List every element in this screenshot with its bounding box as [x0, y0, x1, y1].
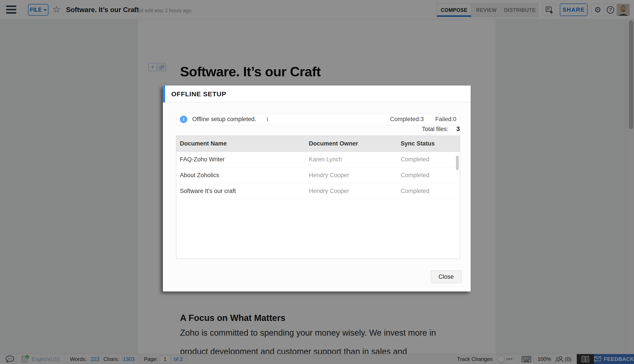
total-files-label: Total files:: [422, 126, 449, 132]
header-accent-stripe: [163, 86, 165, 102]
column-sync-status: Sync Status: [400, 140, 460, 147]
column-document-owner: Document Owner: [308, 140, 400, 147]
close-button[interactable]: Close: [431, 270, 461, 283]
text-cursor: i: [267, 116, 268, 123]
sync-files-table: Document Name Document Owner Sync Status…: [176, 136, 460, 259]
total-files-row: Total files: 3: [422, 125, 460, 132]
failed-count: Failed:0: [435, 116, 456, 123]
dialog-header: OFFLINE SETUP: [163, 86, 471, 102]
table-row[interactable]: About Zoholics Hendry Cooper Completed: [176, 168, 460, 183]
total-files-value: 3: [456, 125, 460, 132]
table-row[interactable]: Software It's our craft Hendry Cooper Co…: [176, 183, 460, 199]
table-row[interactable]: FAQ-Zoho Writer Karen Lynch Completed: [176, 152, 460, 168]
offline-setup-dialog: OFFLINE SETUP i Offline setup completed.…: [163, 86, 471, 292]
column-document-name: Document Name: [176, 140, 308, 147]
table-header-row: Document Name Document Owner Sync Status: [176, 136, 460, 152]
completed-count: Completed:3: [390, 116, 424, 123]
sync-status-banner: i Offline setup completed. i Completed:3…: [176, 114, 460, 125]
app-window: FILE ☆ Software. It’s our Craft Last edi…: [0, 0, 634, 364]
sync-status-message: Offline setup completed.: [192, 116, 256, 123]
dialog-title: OFFLINE SETUP: [171, 86, 226, 102]
table-scrollbar-thumb[interactable]: [456, 156, 459, 170]
info-icon: i: [180, 116, 187, 123]
